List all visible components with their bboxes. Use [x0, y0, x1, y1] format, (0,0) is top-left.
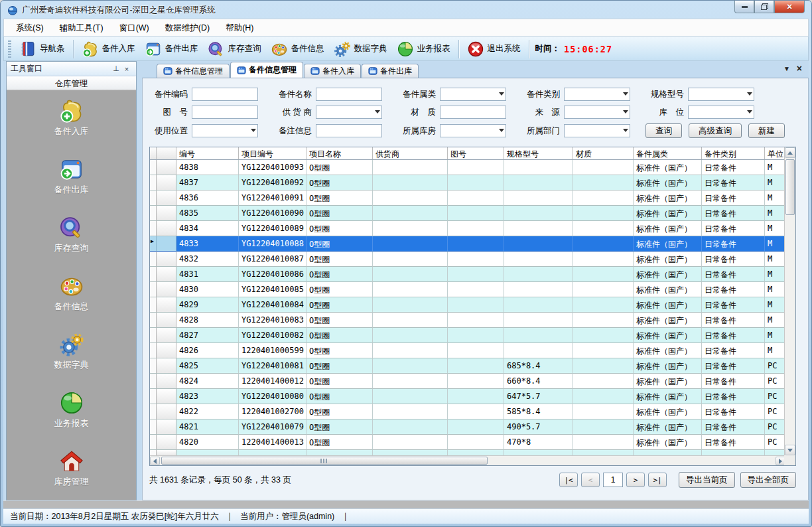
search-dropdown-2[interactable]	[440, 88, 506, 101]
table-cell[interactable]: M	[765, 297, 785, 313]
table-cell[interactable]	[573, 252, 634, 267]
table-cell[interactable]: M	[765, 282, 785, 297]
menu-item-1[interactable]: 辅助工具(T)	[52, 20, 111, 37]
table-row[interactable]: 4831YG12204010086O型圈标准件（国产）日常备件M	[150, 267, 785, 282]
table-cell[interactable]: 4825	[176, 358, 239, 374]
previous-page-button[interactable]: <	[581, 473, 600, 487]
table-cell[interactable]	[573, 328, 634, 343]
column-header-编号[interactable]: 编号	[176, 147, 239, 159]
table-cell[interactable]: O型圈	[306, 175, 373, 190]
column-header-备件属类[interactable]: 备件属类	[634, 147, 702, 159]
table-cell[interactable]: 490*5.7	[504, 419, 573, 435]
table-cell[interactable]: 日常备件	[702, 252, 765, 267]
table-cell[interactable]	[504, 297, 573, 313]
row-select-marker[interactable]	[150, 252, 157, 267]
table-cell[interactable]: 4823	[176, 389, 239, 404]
table-cell[interactable]	[504, 236, 573, 252]
table-cell[interactable]: 1220401400012	[239, 374, 306, 389]
table-cell[interactable]	[373, 328, 448, 343]
table-cell[interactable]: YG12204010088	[239, 236, 306, 252]
search-input-1[interactable]	[316, 88, 382, 101]
table-cell[interactable]: YG12204010079	[239, 419, 306, 435]
column-header-材质[interactable]: 材质	[573, 147, 634, 159]
table-cell[interactable]	[448, 313, 504, 328]
table-cell[interactable]	[504, 190, 573, 206]
table-cell[interactable]	[504, 175, 573, 190]
toolbar-button-1[interactable]: 备件入库	[77, 38, 140, 60]
table-cell[interactable]	[448, 404, 504, 419]
column-header-供货商[interactable]: 供货商	[373, 147, 448, 159]
table-row[interactable]: 4837YG12204010092O型圈标准件（国产）日常备件M	[150, 175, 785, 190]
table-row[interactable]: 4827YG12204010082O型圈标准件（国产）日常备件M	[150, 328, 785, 343]
row-select-marker[interactable]	[150, 206, 157, 221]
table-cell[interactable]: O型圈	[306, 282, 373, 297]
table-cell[interactable]: YG12204010081	[239, 358, 306, 374]
table-row[interactable]: 4821YG12204010079O型圈490*5.7标准件（国产）日常备件PC	[150, 419, 785, 435]
row-select-marker[interactable]	[150, 282, 157, 297]
tab-0[interactable]: 备件信息管理	[157, 64, 230, 78]
search-input-5[interactable]	[192, 106, 258, 119]
table-cell[interactable]	[573, 267, 634, 282]
table-row[interactable]: 4823YG12204010080O型圈647*5.7标准件（国产）日常备件PC	[150, 389, 785, 404]
table-cell[interactable]: YG12204010080	[239, 389, 306, 404]
row-select-marker[interactable]	[150, 267, 157, 282]
table-cell[interactable]: 标准件（国产）	[634, 404, 702, 419]
table-cell[interactable]: O型圈	[306, 297, 373, 313]
table-cell[interactable]: YG12204010091	[239, 190, 306, 206]
table-cell[interactable]: 标准件（国产）	[634, 313, 702, 328]
table-cell[interactable]: 标准件（国产）	[634, 160, 702, 175]
table-cell[interactable]	[573, 282, 634, 297]
menu-item-4[interactable]: 帮助(H)	[218, 20, 261, 37]
table-cell[interactable]: 日常备件	[702, 343, 765, 358]
table-cell[interactable]	[448, 282, 504, 297]
table-cell[interactable]	[373, 160, 448, 175]
column-header-单位[interactable]: 单位	[765, 147, 785, 159]
row-select-marker[interactable]	[150, 221, 157, 236]
table-cell[interactable]	[504, 343, 573, 358]
table-cell[interactable]	[573, 313, 634, 328]
table-cell[interactable]: 日常备件	[702, 267, 765, 282]
search-input-0[interactable]	[192, 88, 258, 101]
table-cell[interactable]: 4827	[176, 328, 239, 343]
toolbar-button-6[interactable]: 业务报表	[392, 38, 455, 60]
table-cell[interactable]: O型圈	[306, 358, 373, 374]
table-row[interactable]: 4825YG12204010081O型圈685*8.4标准件（国产）日常备件PC	[150, 358, 785, 374]
sidebar-item-4[interactable]: 数据字典	[7, 332, 136, 371]
table-cell[interactable]: 日常备件	[702, 206, 765, 221]
table-cell[interactable]	[373, 389, 448, 404]
table-cell[interactable]: YG12204010082	[239, 328, 306, 343]
table-cell[interactable]: 日常备件	[702, 282, 765, 297]
table-cell[interactable]	[373, 404, 448, 419]
table-cell[interactable]: O型圈	[306, 236, 373, 252]
row-header[interactable]	[157, 160, 176, 175]
row-select-marker[interactable]	[150, 343, 157, 358]
table-cell[interactable]: YG12204010089	[239, 221, 306, 236]
table-cell[interactable]: M	[765, 236, 785, 252]
row-select-marker[interactable]	[150, 297, 157, 313]
table-cell[interactable]: 日常备件	[702, 221, 765, 236]
table-cell[interactable]: 4832	[176, 252, 239, 267]
table-cell[interactable]	[373, 282, 448, 297]
table-cell[interactable]: 标准件（国产）	[634, 175, 702, 190]
table-cell[interactable]	[504, 252, 573, 267]
table-row[interactable]: 4835YG12204010090O型圈标准件（国产）日常备件M	[150, 206, 785, 221]
table-cell[interactable]: YG12204010092	[239, 175, 306, 190]
table-cell[interactable]: 日常备件	[702, 404, 765, 419]
table-cell[interactable]: O型圈	[306, 404, 373, 419]
table-cell[interactable]: 4836	[176, 190, 239, 206]
menu-item-0[interactable]: 系统(S)	[8, 20, 52, 37]
row-header[interactable]	[157, 374, 176, 389]
table-cell[interactable]	[373, 358, 448, 374]
table-cell[interactable]: O型圈	[306, 374, 373, 389]
table-cell[interactable]: 日常备件	[702, 236, 765, 252]
tab-close-icon[interactable]: ×	[797, 64, 802, 73]
search-dropdown-9[interactable]	[688, 106, 754, 119]
table-cell[interactable]: PC	[765, 358, 785, 374]
table-cell[interactable]: 标准件（国产）	[634, 190, 702, 206]
tab-3[interactable]: 备件出库	[362, 64, 419, 78]
close-panel-icon[interactable]: ×	[121, 64, 132, 74]
table-cell[interactable]: YG12204010085	[239, 282, 306, 297]
search-dropdown-8[interactable]	[564, 106, 630, 119]
table-cell[interactable]	[448, 435, 504, 450]
table-cell[interactable]	[448, 389, 504, 404]
